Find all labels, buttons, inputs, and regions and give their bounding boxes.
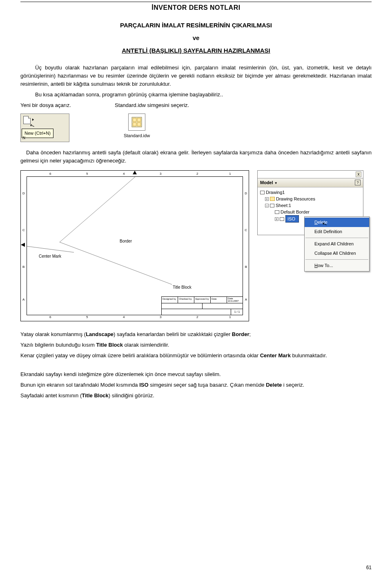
page-title-1: PARÇALARIN İMALAT RESİMLERİNİN ÇIKARILMA…	[20, 20, 372, 30]
paragraph-delete-intro: Ekrandaki sayfayı kendi isteğimize göre …	[20, 370, 372, 379]
folder-icon	[270, 197, 275, 201]
page-title-2: ve	[20, 33, 372, 42]
paragraph-centermark: Kenar çizgileri yatay ve düşey olmak üze…	[20, 352, 372, 360]
standard-idw-icon	[128, 114, 145, 131]
menu-item-delete[interactable]: DDeleteelete	[305, 218, 369, 227]
tree-iso-selected: ISO	[285, 215, 299, 223]
p3-right: Standard.idw simgesini seçeriz.	[115, 102, 189, 108]
drawing-sheet: 6 5 4 3 2 1 6 5 4 3 2 1 D C B A D C B A …	[20, 170, 249, 321]
model-browser-panel: x Model ▼ ? Drawing1 +Drawing Resources …	[257, 170, 363, 235]
paragraph-result: Sayfadaki antet kısmının (Title Block) s…	[20, 392, 372, 400]
doc-header: İNVENTOR DERS NOTLARI	[20, 2, 372, 13]
svg-rect-4	[137, 122, 141, 126]
paragraph-2: Bu kısa açıklamadan sonra, programın gör…	[20, 91, 372, 99]
context-menu: DDeleteelete Edit Definition Expand All …	[304, 216, 370, 272]
menu-item-howto[interactable]: How To...	[305, 261, 369, 270]
svg-marker-9	[133, 171, 137, 174]
expand-icon[interactable]: +	[265, 197, 269, 201]
menu-item-collapse-all[interactable]: Collapse All Children	[305, 249, 369, 258]
page-number: 61	[366, 564, 372, 572]
paragraph-4: Daha önceden hazırlanmış antetli sayfa (…	[20, 149, 372, 165]
tree-sheet1[interactable]: −Sheet:1	[259, 202, 361, 209]
close-icon[interactable]: x	[356, 171, 361, 177]
sheet-label-centermark: Center Mark	[38, 253, 62, 260]
tree-resources[interactable]: +Drawing Resources	[259, 196, 361, 202]
tree-root-drawing[interactable]: Drawing1	[259, 189, 361, 196]
new-tooltip: New (Ctrl+N)	[22, 129, 53, 138]
svg-rect-1	[133, 118, 136, 122]
p3-left: Yeni bir dosya açarız.	[20, 102, 71, 108]
title-block: Designed by Checked by Approved by Date …	[161, 296, 243, 315]
svg-rect-2	[137, 118, 141, 122]
tree-default-border[interactable]: Default Border	[259, 209, 361, 215]
svg-marker-8	[21, 243, 25, 247]
menu-item-edit-definition[interactable]: Edit Definition	[305, 227, 369, 236]
expand-icon[interactable]: +	[275, 217, 278, 221]
standard-idw-label: Standard.idw	[118, 132, 155, 139]
svg-line-7	[27, 246, 74, 252]
model-panel-title: Model ▼	[260, 179, 278, 186]
paragraph-titleblock: Yazılı bilgilerin bulunduğu kısım Title …	[20, 341, 372, 349]
paragraph-intro: Üç boyutlu olarak hazırlanan parçaların …	[20, 64, 372, 88]
page-title-3: ANTETLİ (BAŞLIKLI) SAYFALARIN HAZIRLANMA…	[20, 46, 372, 55]
help-icon[interactable]: ?	[355, 180, 361, 185]
sheet-label-border: Border	[119, 238, 133, 245]
svg-line-5	[60, 177, 135, 242]
sheet-icon	[270, 204, 274, 207]
center-mark-top-icon	[133, 171, 137, 178]
svg-rect-3	[133, 122, 136, 126]
drawing-icon	[260, 191, 265, 194]
paragraph-landscape: Yatay olarak konumlanmış (Landscape) say…	[20, 330, 372, 338]
new-file-toolbar: ↖ New (Ctrl+N) N	[20, 114, 69, 142]
sheet-label-titleblock: Title Block	[172, 284, 192, 291]
iso-icon	[280, 217, 284, 221]
collapse-icon[interactable]: −	[265, 204, 269, 207]
new-letter: N	[22, 135, 25, 141]
border-icon	[275, 210, 279, 214]
menu-item-expand-all[interactable]: Expand All Children	[305, 239, 369, 249]
paragraph-3: Yeni bir dosya açarız. Standard.idw simg…	[20, 101, 372, 109]
standard-idw-item[interactable]: Standard.idw	[118, 114, 155, 139]
center-mark-arrow-icon	[21, 243, 27, 249]
paragraph-iso-delete: Bunun için ekranın sol tarafındaki Model…	[20, 381, 372, 389]
svg-line-6	[60, 242, 184, 289]
